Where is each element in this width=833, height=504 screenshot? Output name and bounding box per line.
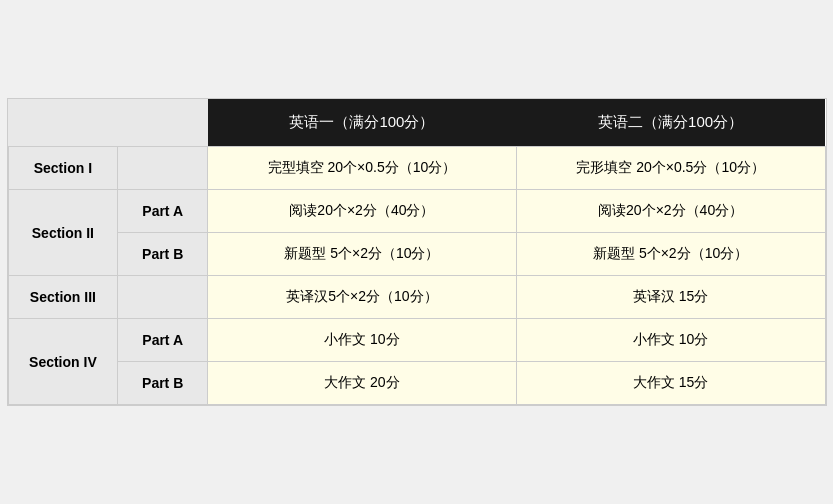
sublabel-cell: Part A (118, 319, 208, 362)
eng2-cell: 完形填空 20个×0.5分（10分） (516, 147, 825, 190)
section-label: Section III (8, 276, 118, 319)
header-section-col (8, 99, 118, 147)
table-row: Part B新题型 5个×2分（10分）新题型 5个×2分（10分） (8, 233, 825, 276)
section-label: Section II (8, 190, 118, 276)
section-label: Section I (8, 147, 118, 190)
comparison-table: 英语一（满分100分） 英语二（满分100分） Section I完型填空 20… (7, 98, 827, 406)
header-eng1: 英语一（满分100分） (208, 99, 517, 147)
eng2-cell: 阅读20个×2分（40分） (516, 190, 825, 233)
table-row: Section IIPart A阅读20个×2分（40分）阅读20个×2分（40… (8, 190, 825, 233)
eng2-cell: 英译汉 15分 (516, 276, 825, 319)
header-eng2: 英语二（满分100分） (516, 99, 825, 147)
eng2-cell: 小作文 10分 (516, 319, 825, 362)
table-row: Section III英译汉5个×2分（10分）英译汉 15分 (8, 276, 825, 319)
table-header: 英语一（满分100分） 英语二（满分100分） (8, 99, 825, 147)
sublabel-cell: Part B (118, 362, 208, 405)
eng1-cell: 新题型 5个×2分（10分） (208, 233, 517, 276)
table-row: Part B大作文 20分大作文 15分 (8, 362, 825, 405)
eng1-cell: 英译汉5个×2分（10分） (208, 276, 517, 319)
sublabel-cell-empty (118, 147, 208, 190)
sublabel-cell: Part B (118, 233, 208, 276)
section-label: Section IV (8, 319, 118, 405)
sublabel-cell-empty (118, 276, 208, 319)
table-row: Section I完型填空 20个×0.5分（10分）完形填空 20个×0.5分… (8, 147, 825, 190)
sublabel-cell: Part A (118, 190, 208, 233)
eng1-cell: 完型填空 20个×0.5分（10分） (208, 147, 517, 190)
eng1-cell: 小作文 10分 (208, 319, 517, 362)
eng1-cell: 阅读20个×2分（40分） (208, 190, 517, 233)
table-row: Section IVPart A小作文 10分小作文 10分 (8, 319, 825, 362)
eng2-cell: 大作文 15分 (516, 362, 825, 405)
header-sublabel-col (118, 99, 208, 147)
eng2-cell: 新题型 5个×2分（10分） (516, 233, 825, 276)
eng1-cell: 大作文 20分 (208, 362, 517, 405)
